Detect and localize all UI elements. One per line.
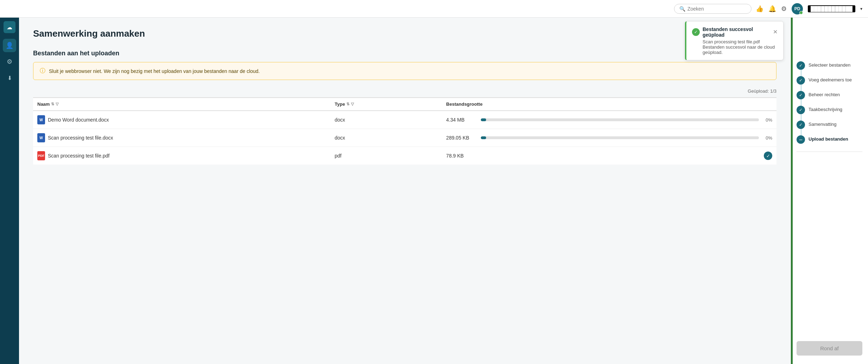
progress-pct-label: 0% [762,135,772,141]
pdf-icon: PDF [37,151,45,160]
step-label-4: Samenvatting [809,121,837,127]
step-label-3: Taakbeschrijving [809,106,842,112]
table-row: WDemo Word document.docxdocx4.34 MB0% [33,111,776,129]
sidebar-item-settings[interactable]: ⚙ [3,55,16,68]
file-size-label: 4.34 MB [446,117,478,123]
step-item-2: ✓Beheer rechten [797,91,862,106]
col-name-header: Naam ⇅ ▽ [33,98,331,111]
file-name-cell: WDemo Word document.docx [33,111,331,129]
step-circle-3: ✓ [797,106,805,114]
warning-banner: ⓘ Sluit je webbrowser niet. We zijn nog … [33,62,776,80]
file-name: Scan processing test file.docx [48,135,113,141]
col-size-header: Bestandsgrootte [442,98,776,111]
toast-close-button[interactable]: ✕ [773,29,778,35]
file-name: Scan processing test file.pdf [48,153,109,159]
toast-body: Scan processing test file.pdf Bestanden … [692,39,778,55]
thumbs-up-icon[interactable]: 👍 [756,5,763,13]
step-circle-4: ✓ [797,121,805,129]
step-item-3: ✓Taakbeschrijving [797,106,862,121]
toast-title: Bestanden succesvol geüpload [703,26,770,38]
file-name: Demo Word document.docx [48,117,109,123]
step-item-1: ✓Voeg deelnemers toe [797,76,862,91]
username-label: ████████████ [808,5,855,12]
file-type-cell: docx [331,111,442,129]
sort-type-icon[interactable]: ⇅ [346,102,350,106]
gear-icon[interactable]: ⚙ [781,5,787,13]
step-label-1: Voeg deelnemers toe [809,76,852,82]
toast-header: ✓ Bestanden succesvol geüpload ✕ [692,26,778,38]
users-icon: 👤 [6,42,13,49]
upload-stats: Geüpload: 1/3 [33,88,776,94]
page-title: Samenwerking aanmaken [33,28,776,39]
download-icon: ⬇ [7,75,12,81]
search-icon: 🔍 [679,6,685,12]
file-name-cell: PDFScan processing test file.pdf [33,147,331,165]
topbar-icons: 👍 🔔 ⚙ PD ████████████ ▾ [756,3,862,14]
notification-toast: ✓ Bestanden succesvol geüpload ✕ Scan pr… [685,21,784,60]
file-type-cell: docx [331,129,442,147]
warning-text: Sluit je webbrowser niet. We zijn nog be… [49,68,260,74]
divider [797,152,862,152]
search-bar[interactable]: 🔍 [674,4,751,14]
sidebar-item-download[interactable]: ⬇ [3,71,16,85]
logo-icon: ☁ [7,24,12,31]
section-title: Bestanden aan het uploaden [33,50,776,57]
file-type-cell: pdf [331,147,442,165]
main-layout: ☁ 👤 ⚙ ⬇ Samenwerking aanmaken Bestanden … [0,18,868,364]
step-label-0: Selecteer bestanden [809,61,850,68]
step-circle-0: ✓ [797,61,805,70]
progress-bar-container [481,118,759,121]
word-icon: W [37,133,45,142]
col-type-header: Type ⇅ ▽ [331,98,442,111]
step-circle-5: ••• [797,135,805,144]
step-item-0: ✓Selecteer bestanden [797,61,862,76]
settings-icon: ⚙ [7,58,12,66]
progress-bar-fill [481,118,486,121]
file-size-cell: 4.34 MB0% [442,111,776,129]
avatar[interactable]: PD [792,3,803,14]
file-done-icon: ✓ [764,152,772,160]
main-content: Samenwerking aanmaken Bestanden aan het … [19,18,791,364]
right-panel: ✓ Bestanden succesvol geüpload ✕ Scan pr… [791,18,868,364]
filter-type-icon[interactable]: ▽ [351,102,354,106]
dropdown-icon[interactable]: ▾ [860,6,862,11]
file-size-label: 78.9 KB [446,153,478,159]
sidebar: ☁ 👤 ⚙ ⬇ [0,18,19,364]
toast-check-icon: ✓ [692,28,700,36]
table-row: PDFScan processing test file.pdfpdf78.9 … [33,147,776,165]
file-size-cell: 78.9 KB✓ [442,147,776,165]
sidebar-item-users[interactable]: 👤 [3,39,16,52]
table-row: WScan processing test file.docxdocx289.0… [33,129,776,147]
logo[interactable]: ☁ [4,21,15,33]
step-item-4: ✓Samenvatting [797,121,862,135]
step-item-5: •••Upload bestanden [797,135,862,144]
progress-bar-container [481,136,759,139]
step-label-2: Beheer rechten [809,91,840,97]
panel-accent [791,18,793,364]
avatar-online-badge [799,11,803,14]
step-circle-1: ✓ [797,76,805,85]
warning-icon: ⓘ [40,67,45,75]
topbar: 🔍 👍 🔔 ⚙ PD ████████████ ▾ [0,0,868,18]
bell-icon[interactable]: 🔔 [768,5,776,13]
file-size-label: 289.05 KB [446,135,478,141]
file-name-cell: WScan processing test file.docx [33,129,331,147]
steps-list: ✓Selecteer bestanden✓Voeg deelnemers toe… [797,61,862,144]
word-icon: W [37,115,45,124]
round-af-button[interactable]: Rond af [797,341,862,356]
step-circle-2: ✓ [797,91,805,99]
sort-name-icon[interactable]: ⇅ [51,102,54,106]
progress-pct-label: 0% [762,117,772,123]
step-label-5: Upload bestanden [809,135,848,142]
search-input[interactable] [687,6,746,12]
file-size-cell: 289.05 KB0% [442,129,776,147]
file-table: Naam ⇅ ▽ Type ⇅ ▽ Bestandsgrootte [33,98,776,165]
filter-name-icon[interactable]: ▽ [56,102,58,106]
progress-bar-fill [481,136,486,139]
